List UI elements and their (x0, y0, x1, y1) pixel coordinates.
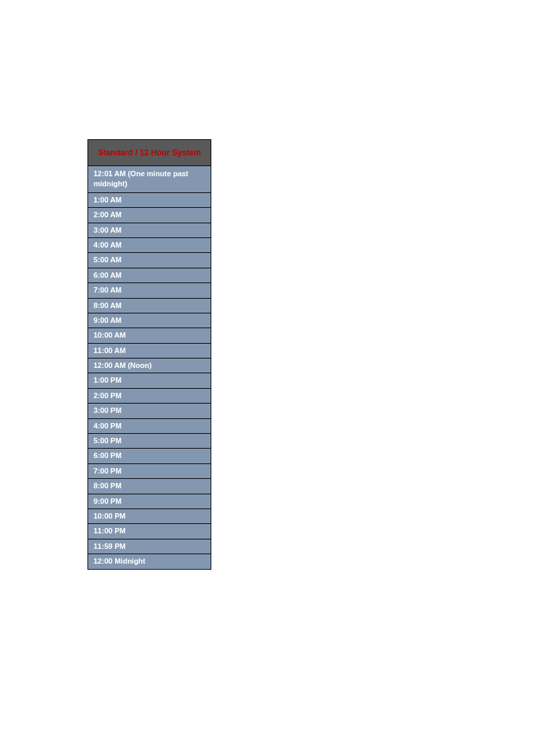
time-system-table: Standard / 12 Hour System 12:01 AM (One … (87, 139, 211, 570)
table-row: 10:00 AM (88, 328, 211, 343)
table-row: 4:00 AM (88, 238, 211, 253)
table-row: 10:00 PM (88, 509, 211, 524)
table-row: 12:00 Midnight (88, 554, 211, 568)
table-row: 9:00 AM (88, 313, 211, 328)
table-row: 11:00 PM (88, 524, 211, 539)
table-row: 11:59 PM (88, 539, 211, 554)
table-row: 11:00 AM (88, 344, 211, 358)
table-row: 2:00 AM (88, 208, 211, 223)
table-row: 7:00 PM (88, 464, 211, 479)
table-row: 4:00 PM (88, 419, 211, 434)
table-row: 5:00 PM (88, 434, 211, 449)
table-row: 3:00 AM (88, 223, 211, 238)
table-row: 6:00 AM (88, 268, 211, 283)
table-row: 5:00 AM (88, 253, 211, 268)
table-row: 12:00 AM (Noon) (88, 358, 211, 373)
table-row: 8:00 AM (88, 299, 211, 313)
table-header: Standard / 12 Hour System (88, 140, 211, 166)
table-row: 12:01 AM (One minute past midnight) (88, 166, 211, 193)
table-row: 2:00 PM (88, 389, 211, 404)
table-row: 9:00 PM (88, 494, 211, 509)
table-row: 6:00 PM (88, 449, 211, 463)
table-row: 1:00 PM (88, 373, 211, 388)
table-row: 7:00 AM (88, 283, 211, 298)
table-row: 3:00 PM (88, 404, 211, 418)
table-row: 8:00 PM (88, 479, 211, 494)
table-row: 1:00 AM (88, 193, 211, 208)
